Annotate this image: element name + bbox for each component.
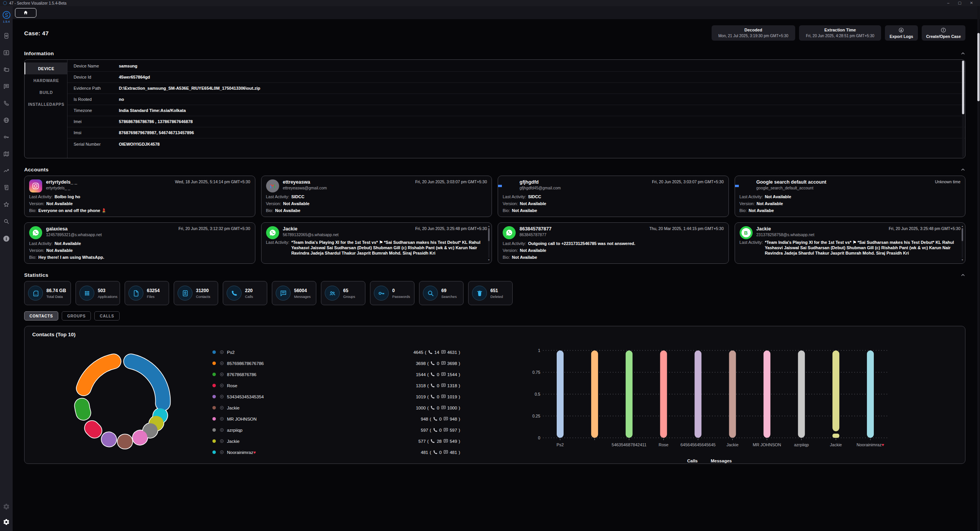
info-scrollbar[interactable] [962, 61, 964, 157]
app-icon [503, 226, 516, 239]
contact-status-icon [220, 417, 224, 421]
tab-build[interactable]: BUILD [25, 86, 67, 98]
version-value: Not Available [46, 248, 73, 253]
account-card[interactable]: 863845787877 863845787877 Thu, 20 Mar 20… [498, 222, 729, 264]
contact-counts: 1019 ( 0 1019 ) [416, 394, 462, 399]
scroll-down-icon[interactable]: ▼ [961, 259, 964, 261]
account-field: Last Activity:*Team India's Playing XI f… [266, 240, 487, 256]
bio-value: Everyone on and off the phone 💄 [38, 208, 107, 214]
contact-messages: 948 [450, 417, 457, 421]
contact-calls: 0 [439, 450, 442, 455]
stat-value: 65 [343, 288, 355, 293]
close-button[interactable]: ✕ [970, 1, 973, 5]
calls-icon[interactable] [3, 100, 10, 107]
contacts-card-icon[interactable] [3, 49, 10, 56]
stat-value: 63254 [147, 288, 159, 293]
table-row: Device Namesamsung [67, 61, 965, 72]
stat-value: 86.74 GB [46, 288, 66, 293]
tab-contacts[interactable]: CONTACTS [24, 311, 58, 321]
version-value: Not Available [520, 201, 546, 207]
statistics-section-title: Statistics [24, 272, 48, 278]
contact-name: 534345345345354 [227, 395, 264, 399]
card-scrollbar[interactable]: ▲▼ [961, 225, 964, 261]
tab-installedapps[interactable]: INSTALLEDAPPS [25, 98, 67, 110]
logs-receipt-icon[interactable] [3, 184, 10, 191]
contact-color-dot [212, 439, 216, 443]
bio-value: Not Availabe [275, 208, 300, 214]
chat-icon[interactable] [3, 83, 10, 90]
search-icon[interactable] [3, 218, 10, 225]
scroll-up-icon[interactable]: ▲ [961, 225, 964, 227]
donut-segment [84, 361, 113, 388]
version-value: Not Available [46, 201, 73, 207]
x-tick-label: Jackie [830, 442, 842, 447]
settings-icon[interactable] [3, 518, 10, 526]
home-button[interactable] [15, 8, 36, 18]
legend-messages[interactable]: Messages [711, 459, 732, 463]
row-value: samsung [119, 64, 137, 68]
calls-icon [227, 286, 242, 301]
info-scrollbar-thumb[interactable] [962, 61, 964, 114]
about-info-icon[interactable] [3, 235, 10, 242]
account-card[interactable]: galaxiesa 12457895321@s.whatsapp.net Fri… [24, 222, 255, 264]
account-card[interactable]: B Jackie 231378258758@s.whatsapp.net Fri… [735, 222, 966, 264]
table-row: Serial NumberOIEWOIYIGDJK4578 [67, 138, 965, 150]
collapse-information-icon[interactable] [960, 51, 965, 56]
account-card[interactable]: ertyrtydels_ _ ertyrtydels_ _ Wed, 18 Ju… [24, 176, 255, 217]
create-open-case-label: Create/Open Case [926, 34, 961, 39]
bar [798, 350, 805, 438]
legend-calls[interactable]: Calls [687, 459, 698, 463]
tab-hardware[interactable]: HARDWARE [25, 74, 67, 86]
scroll-down-icon[interactable]: ▼ [488, 259, 490, 261]
messages-count-icon [441, 350, 446, 355]
tab-groups[interactable]: GROUPS [62, 311, 91, 321]
collapse-statistics-icon[interactable] [960, 273, 965, 278]
maximize-button[interactable]: ▢ [958, 1, 961, 5]
scroll-up-icon[interactable]: ▲ [488, 225, 490, 227]
row-value: 8768769879678987, 546746713457896 [119, 130, 194, 135]
version-label: 1.5.4 [3, 20, 10, 23]
table-row: Imei578686786786786 , 137867867646878 [67, 116, 965, 127]
stat-label: Deleted [490, 294, 503, 299]
x-tick-label: 645645645645645 [681, 442, 716, 447]
card-scrollbar-thumb[interactable] [488, 228, 490, 241]
credentials-key-icon[interactable] [3, 134, 10, 140]
web-icon[interactable] [3, 117, 10, 123]
account-card[interactable]: Google search default account google_sea… [735, 176, 966, 217]
settings-outline-icon[interactable] [3, 503, 10, 510]
export-logs-button[interactable]: Export Logs [885, 25, 918, 41]
account-card[interactable]: Jackie 56789132065@s.whatsapp.net Fri, 2… [261, 222, 492, 264]
locations-map-icon[interactable] [3, 151, 10, 157]
account-name: 863845787877 [520, 226, 551, 232]
tab-device[interactable]: DEVICE [25, 62, 67, 74]
main-scrollbar[interactable] [977, 6, 980, 531]
bio-value: Not Availabe [748, 208, 774, 214]
folders-icon[interactable] [3, 66, 10, 73]
stat-tile-messages: 56004Messages [272, 281, 316, 305]
contact-color-dot [212, 350, 216, 354]
account-card[interactable]: ettreyeaswa ettreyeaswa@gmail.com Fri, 2… [261, 176, 492, 217]
collapse-accounts-icon[interactable] [960, 167, 965, 172]
tab-calls[interactable]: CALLS [94, 311, 119, 321]
contact-total: 948 [421, 417, 428, 421]
contact-calls: 0 [439, 417, 442, 421]
favorites-star-icon[interactable] [3, 201, 10, 208]
card-scrollbar[interactable]: ▲▼ [487, 225, 490, 261]
contact-counts: 3698 ( 0 3698 ) [416, 361, 462, 366]
contact-list-item: 876786876786 1544 ( 0 1544 ) [212, 369, 462, 380]
titlebar: 47 - Secfore Visualizer 1.5.4-Beta – ▢ ✕ [0, 0, 980, 6]
main-scrollbar-thumb[interactable] [977, 33, 980, 101]
app-icon [740, 179, 753, 192]
minimize-button[interactable]: – [947, 1, 950, 5]
device-settings-icon[interactable] [3, 33, 10, 39]
calls-count-icon [430, 405, 435, 410]
donut-segment [92, 428, 95, 431]
analytics-trend-icon[interactable] [3, 168, 10, 174]
card-scrollbar-thumb[interactable] [962, 228, 963, 241]
contacts-donut-chart [32, 337, 212, 463]
account-card[interactable]: gfjhgdfd gfjhgdfd45@gmail.com Fri, 20 Ju… [498, 176, 729, 217]
contact-calls: 0 [439, 428, 442, 432]
contact-messages: 3698 [447, 361, 457, 366]
contact-messages: 1318 [447, 383, 457, 388]
create-open-case-button[interactable]: Create/Open Case [922, 25, 965, 41]
